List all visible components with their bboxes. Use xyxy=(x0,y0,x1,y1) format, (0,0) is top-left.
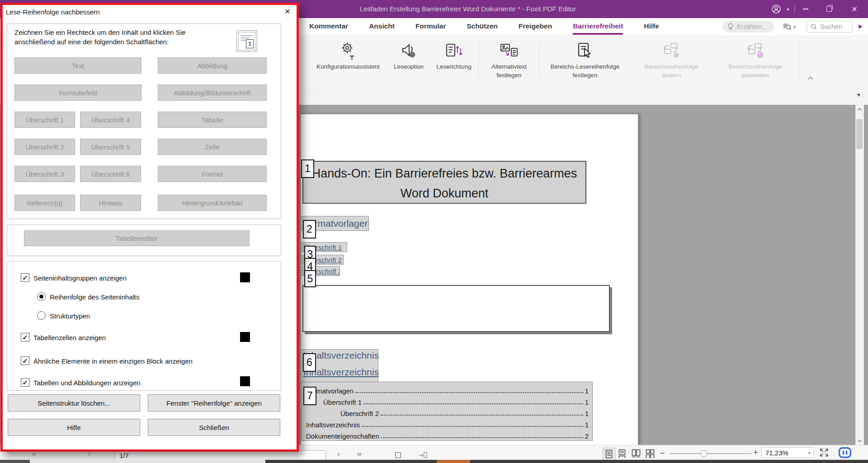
region-order-change-button: Bereichsreihenfolge ändern xyxy=(629,35,713,86)
tab-schuetzen[interactable]: Schützen xyxy=(467,18,498,35)
toc-leader xyxy=(381,437,583,438)
scroll-up-icon[interactable] xyxy=(857,108,862,111)
reading-direction-button[interactable]: Leserichtung xyxy=(430,35,477,86)
read-option-button[interactable]: Leseoption xyxy=(387,35,430,86)
page-number-input[interactable]: 1/7 xyxy=(114,450,326,460)
ueberschrift-5-button[interactable]: Überschrift 5 xyxy=(80,139,141,155)
zoom-level-value: 71,23% xyxy=(765,449,788,457)
panel-collapse-icon[interactable]: ▼ xyxy=(856,92,861,98)
tell-me-label: Erzählen.. xyxy=(737,23,765,30)
reading-order-label-5: 5 xyxy=(304,270,316,287)
structure-type-icon[interactable]: 1 xyxy=(236,30,257,52)
checkbox-seiteninhaltsgruppen[interactable]: ✓ xyxy=(21,273,29,282)
tab-barrierefreiheit[interactable]: Barrierefreiheit xyxy=(573,18,623,35)
search-input[interactable]: Suchen xyxy=(807,21,853,33)
delete-page-structure-button[interactable]: Seitenstruktur löschen... xyxy=(8,394,140,412)
tabelleneditor-button[interactable]: Tabelleneditor xyxy=(24,230,250,246)
text-button[interactable]: Text xyxy=(14,57,142,74)
checkbox-tabellen-abbildungen[interactable]: ✓ xyxy=(21,378,29,387)
account-button[interactable] xyxy=(769,0,784,18)
search-filter-button[interactable]: ▾ xyxy=(782,22,796,32)
ueberschrift-3-button[interactable]: Überschrift 3 xyxy=(14,166,75,182)
layout-single-page-button[interactable] xyxy=(603,448,615,460)
ueberschrift-4-button[interactable]: Überschrift 4 xyxy=(80,112,141,128)
next-page-button[interactable]: › xyxy=(337,449,340,458)
toc-text: Überschrift 1 xyxy=(323,398,362,406)
tab-freigeben[interactable]: Freigeben xyxy=(519,18,552,35)
color-swatch-page-groups[interactable] xyxy=(240,272,250,282)
ueberschrift-6-button[interactable]: Überschrift 6 xyxy=(80,166,141,182)
toc-text: Inhaltsverzeichnis xyxy=(306,421,360,429)
tab-formular[interactable]: Formular xyxy=(415,18,446,35)
ueberschrift-2-button[interactable]: Überschrift 2 xyxy=(14,139,75,155)
toc-leader xyxy=(381,415,583,416)
layout-continuous-button[interactable] xyxy=(618,449,627,458)
help-button[interactable]: Hilfe xyxy=(8,419,140,436)
ribbon-label: Konfigurationsassistent xyxy=(316,63,380,70)
color-swatch-tables-figures[interactable] xyxy=(240,376,250,386)
tell-me-box[interactable]: Erzählen.. xyxy=(722,21,774,33)
zelle-button[interactable]: Zelle xyxy=(158,139,267,155)
account-icon xyxy=(771,4,782,14)
previous-view-icon[interactable] xyxy=(394,451,402,459)
fit-fullscreen-icon[interactable] xyxy=(819,448,829,458)
layout-facing-button[interactable] xyxy=(632,449,641,458)
scroll-down-icon[interactable] xyxy=(857,439,862,443)
hintergrund-artefakt-button[interactable]: Hintergrund/Artefakt xyxy=(158,195,267,211)
ribbon-collapse-icon[interactable] xyxy=(807,76,814,80)
region-reading-order-button[interactable]: Bereichs-Lesereihenfolge festlegen xyxy=(541,35,629,86)
close-dialog-button[interactable]: Schließen xyxy=(148,419,280,436)
tab-kommentar[interactable]: Kommentar xyxy=(309,18,348,35)
abbildung-button[interactable]: Abbildung xyxy=(158,57,267,74)
checkbox-label: Ähnliche Elemente in einem einzigen Bloc… xyxy=(33,357,193,365)
dialog-close-button[interactable]: ✕ xyxy=(283,7,292,17)
radio-label: Reihenfolge des Seiteninhalts xyxy=(50,293,139,301)
restore-button[interactable] xyxy=(822,0,836,18)
taskbar-segment-left xyxy=(0,460,30,463)
next-view-icon[interactable] xyxy=(418,451,428,459)
gear-icon xyxy=(340,40,357,62)
structure-type-number: 1 xyxy=(246,39,254,48)
checkbox-tabellenzellen[interactable]: ✓ xyxy=(21,333,29,341)
ai-assistant-button[interactable] xyxy=(838,447,852,459)
search-placeholder: Suchen xyxy=(820,23,842,30)
vertical-scrollbar[interactable] xyxy=(855,105,864,445)
checkbox-aehnliche-elemente[interactable]: ✓ xyxy=(21,356,29,365)
ueberschrift-1-button[interactable]: Überschrift 1 xyxy=(14,112,75,128)
reading-order-label-6: 6 xyxy=(303,353,316,372)
ribbon-divider xyxy=(478,41,479,79)
tab-hilfe[interactable]: Hilfe xyxy=(644,18,659,35)
ribbon-label: Bereichs-Lesereihenfolge xyxy=(550,63,619,70)
color-swatch-table-cells[interactable] xyxy=(240,332,250,342)
hinweis-button[interactable]: Hinweis xyxy=(80,195,141,211)
tab-overflow-icon[interactable]: ▶ xyxy=(859,23,863,29)
speaker-icon xyxy=(400,40,418,62)
formularfeld-button[interactable]: Formularfeld xyxy=(14,84,142,101)
ribbon-label: Alternativtext xyxy=(491,63,527,70)
tabelle-button[interactable]: Tabelle xyxy=(158,112,267,128)
layout-continuous-facing-button[interactable] xyxy=(646,449,655,458)
close-window-button[interactable]: ✕ xyxy=(847,0,862,18)
search-icon xyxy=(811,23,817,30)
radio-strukturtypen[interactable] xyxy=(37,311,46,320)
last-page-button[interactable]: » xyxy=(357,449,361,458)
account-caret-icon[interactable]: ▾ xyxy=(785,0,791,18)
tab-ansicht[interactable]: Ansicht xyxy=(369,18,395,35)
toc-leader xyxy=(363,403,583,404)
zoom-caret-icon: ▾ xyxy=(808,450,811,455)
zoom-slider-knob[interactable] xyxy=(700,450,708,457)
radio-reihenfolge-seiteninhalt[interactable] xyxy=(37,292,46,301)
zoom-slider-track[interactable] xyxy=(670,453,751,454)
zoom-out-button[interactable]: − xyxy=(660,449,665,458)
referenz-button[interactable]: Referenz(q) xyxy=(14,195,75,211)
zoom-in-button[interactable]: + xyxy=(753,448,758,458)
minimize-button[interactable] xyxy=(798,0,813,18)
config-assistant-button[interactable]: Konfigurationsassistent xyxy=(309,35,387,86)
alt-text-button[interactable]: Alternativtext festlegen xyxy=(480,35,538,86)
show-order-panel-button[interactable]: Fenster "Reihenfolge" anzeigen xyxy=(148,394,280,412)
scrollbar-thumb[interactable] xyxy=(856,119,863,149)
formel-button[interactable]: Formel xyxy=(158,166,267,182)
zoom-level-select[interactable]: 71,23% ▾ xyxy=(761,447,814,458)
document-title-line2: Word Dokument xyxy=(303,183,585,203)
abbildung-bildunterschrift-button[interactable]: Abbildung/Bildunterschrift xyxy=(158,84,267,101)
